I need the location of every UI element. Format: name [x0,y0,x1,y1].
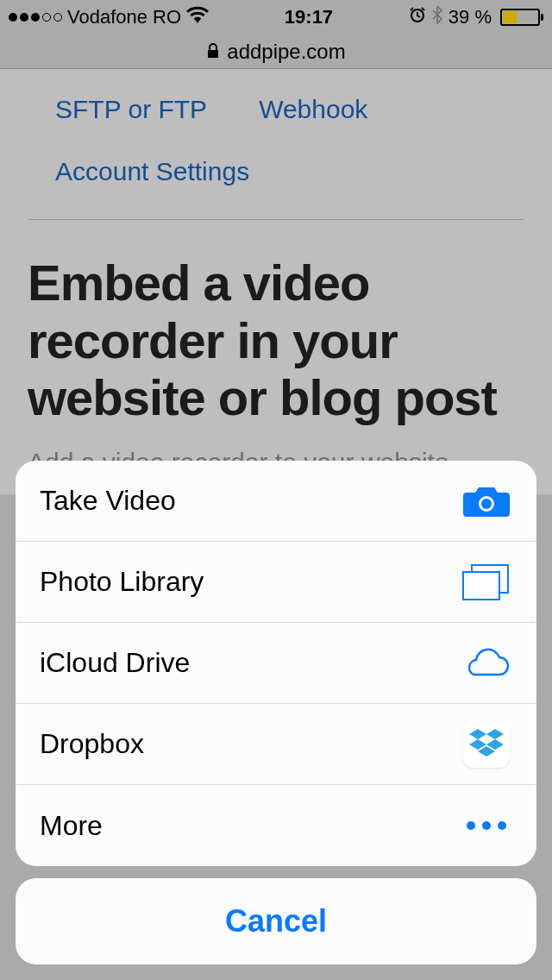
action-sheet: Take Video Photo Library iCloud Drive Dr… [16,461,536,964]
cloud-icon [461,647,512,680]
photo-library-icon [461,564,512,600]
option-dropbox[interactable]: Dropbox [16,704,536,785]
option-photo-library[interactable]: Photo Library [16,542,536,623]
action-sheet-options: Take Video Photo Library iCloud Drive Dr… [16,461,536,866]
option-label: Take Video [40,485,176,517]
more-icon [461,821,512,830]
option-label: More [40,810,103,842]
camera-icon [461,484,512,518]
dropbox-icon [461,721,512,768]
cancel-button[interactable]: Cancel [16,878,536,964]
option-label: iCloud Drive [40,647,190,679]
option-take-video[interactable]: Take Video [16,461,536,542]
svg-point-3 [481,499,492,509]
option-more[interactable]: More [16,785,536,866]
option-label: Dropbox [40,728,144,760]
svg-marker-5 [486,729,504,739]
option-label: Photo Library [40,566,204,598]
option-icloud-drive[interactable]: iCloud Drive [16,623,536,704]
svg-marker-4 [469,729,486,739]
cancel-label: Cancel [225,903,327,939]
